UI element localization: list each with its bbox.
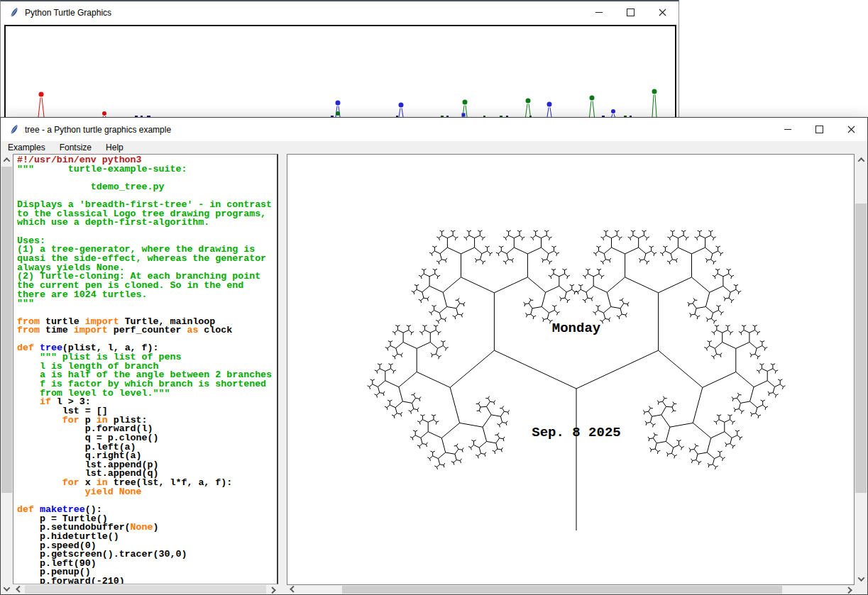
code-vertical-scrollbar[interactable] <box>1 154 13 594</box>
close-button[interactable] <box>835 118 867 141</box>
scroll-down-arrow[interactable] <box>1 583 13 594</box>
fractal-tree-drawing <box>368 230 786 530</box>
menu-fontsize[interactable]: Fontsize <box>53 141 99 155</box>
scrollbar-thumb[interactable] <box>342 586 782 594</box>
minimize-button[interactable] <box>583 1 615 23</box>
close-button[interactable] <box>647 1 679 23</box>
close-icon <box>847 126 855 133</box>
tk-feather-icon <box>9 7 19 18</box>
maximize-icon <box>627 9 634 16</box>
minimize-button[interactable] <box>771 118 803 141</box>
scroll-left-arrow[interactable] <box>287 585 298 594</box>
maximize-icon <box>815 126 823 133</box>
scroll-left-arrow[interactable] <box>13 584 24 594</box>
scrollbar-thumb[interactable] <box>1 167 12 493</box>
menu-examples[interactable]: Examples <box>1 141 53 155</box>
scroll-up-arrow[interactable] <box>855 154 867 166</box>
scroll-up-arrow[interactable] <box>1 154 13 165</box>
scrollbar-thumb[interactable] <box>25 585 266 594</box>
minimize-icon <box>595 12 603 13</box>
pane-sash[interactable] <box>278 154 287 594</box>
maximize-button[interactable] <box>803 118 835 141</box>
scrollbar-thumb[interactable] <box>855 204 867 493</box>
close-icon <box>659 9 666 16</box>
scroll-down-arrow[interactable] <box>855 573 867 585</box>
tk-feather-icon <box>9 124 19 135</box>
bg-window-titlebar[interactable]: Python Turtle Graphics <box>1 1 679 23</box>
fg-window-title: tree - a Python turtle graphics example <box>25 125 171 135</box>
canvas-date-text: Sep. 8 2025 <box>532 425 620 440</box>
window-tree-example: tree - a Python turtle graphics example … <box>0 117 868 595</box>
code-text[interactable]: #!/usr/bin/env python3""" turtle-example… <box>13 154 278 584</box>
canvas-vertical-scrollbar[interactable] <box>855 154 867 585</box>
canvas-horizontal-scrollbar[interactable] <box>287 585 855 594</box>
scroll-right-arrow[interactable] <box>267 584 278 594</box>
canvas-weekday-text: Monday <box>552 321 601 336</box>
menubar: Examples Fontsize Help <box>1 141 867 154</box>
scroll-right-arrow[interactable] <box>843 585 855 594</box>
bg-window-title: Python Turtle Graphics <box>25 8 111 18</box>
maximize-button[interactable] <box>615 1 647 23</box>
menu-help[interactable]: Help <box>99 141 131 155</box>
code-horizontal-scrollbar[interactable] <box>13 584 278 594</box>
turtle-canvas: Monday Sep. 8 2025 <box>287 154 855 585</box>
fg-window-titlebar[interactable]: tree - a Python turtle graphics example <box>1 118 867 141</box>
minimize-icon <box>784 129 791 130</box>
main-content: #!/usr/bin/env python3""" turtle-example… <box>1 154 867 594</box>
